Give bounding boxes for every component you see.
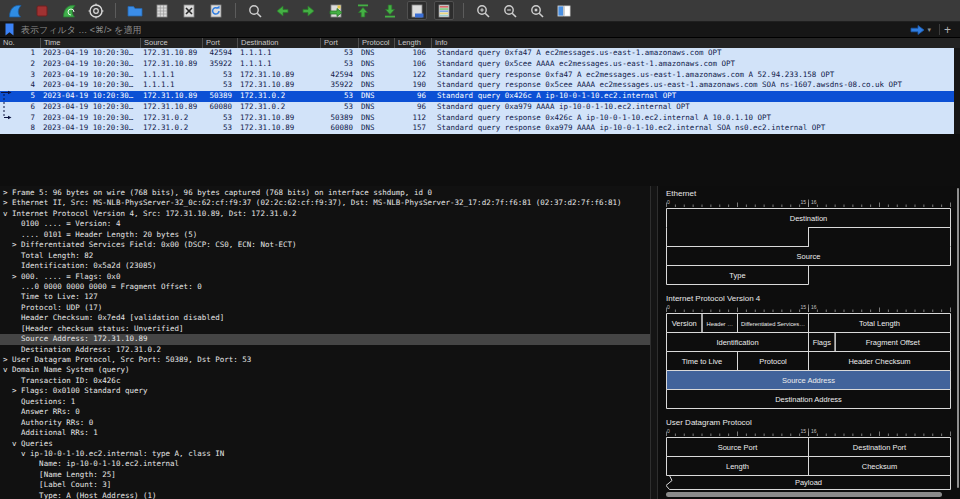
column-header-time[interactable]: Time [40,38,140,48]
stop-capture-button[interactable] [32,1,52,20]
detail-line[interactable]: Protocol: UDP (17) [0,303,650,313]
detail-line[interactable]: v Domain Name System (query) [0,365,650,375]
column-header-sport[interactable]: Port [202,38,237,48]
capture-options-button[interactable] [86,1,106,20]
vertical-scrollbar[interactable] [957,188,959,488]
last-packet-button[interactable] [380,1,400,20]
detail-line[interactable]: > 000. .... = Flags: 0x0 [0,272,650,282]
zoom-out-button[interactable] [500,1,520,20]
detail-line[interactable]: > Frame 5: 96 bytes on wire (768 bits), … [0,188,650,198]
fin-green-icon [60,2,78,20]
packet-diagram-pane: Ethernet01516DestinationSourceTypeIntern… [658,186,960,499]
detail-line[interactable]: 0100 .... = Version: 4 [0,219,650,229]
zoom-original-button[interactable] [527,1,547,20]
start-capture-button[interactable] [5,1,25,20]
column-header-dport[interactable]: Port [320,38,358,48]
cell-info: Standard query 0xfa47 A ec2messages.us-e… [431,48,960,59]
cell-sport: 53 [202,123,237,134]
column-header-no[interactable]: No. [0,38,40,48]
detail-line[interactable]: Total Length: 82 [0,251,650,261]
detail-line[interactable]: Header Checksum: 0x7ed4 [validation disa… [0,313,650,323]
go-to-packet-button[interactable] [326,1,346,20]
open-file-button[interactable] [125,1,145,20]
detail-line[interactable]: > Flags: 0x0100 Standard query [0,386,650,396]
cell-info: Standard query 0x5cee AAAA ec2messages.u… [431,59,960,70]
cell-dst: 172.31.10.89 [237,70,320,81]
close-file-button[interactable] [179,1,199,20]
column-header-info[interactable]: Info [431,38,960,48]
detail-line[interactable]: [Name Length: 25] [0,470,650,480]
cell-sport: 50389 [202,91,237,102]
detail-line[interactable]: Type: A (Host Address) (1) [0,491,650,499]
cell-time: 2023-04-19 10:20:30… [40,48,140,59]
previous-packet-button[interactable] [272,1,292,20]
cell-src: 1.1.1.1 [140,70,202,81]
detail-line[interactable]: Authority RRs: 0 [0,418,650,428]
field-label: Destination [790,214,828,223]
detail-line[interactable]: v ip-10-0-1-10.ec2.internal: type A, cla… [0,449,650,459]
field-label: Fragment Offset [866,338,921,347]
cell-dport: 42594 [320,70,358,81]
next-packet-button[interactable] [299,1,319,20]
packet-row[interactable]: 42023-04-19 10:20:30…1.1.1.153172.31.10.… [0,80,960,91]
packet-row[interactable]: 62023-04-19 10:20:30…172.31.10.896008017… [0,102,960,113]
horizontal-scrollbar[interactable] [666,492,942,497]
bookmark-icon[interactable] [3,22,16,37]
detail-line[interactable]: Transaction ID: 0x426c [0,376,650,386]
find-packet-button[interactable] [245,1,265,20]
cell-no: 5 [0,91,40,102]
diagram-section-title: Internet Protocol Version 4 [666,294,954,304]
detail-line[interactable]: Time to Live: 127 [0,292,650,302]
pane-splitter[interactable] [650,186,658,499]
detail-line[interactable]: Answer RRs: 0 [0,407,650,417]
detail-line[interactable]: v Internet Protocol Version 4, Src: 172.… [0,209,650,219]
column-header-proto[interactable]: Protocol [358,38,394,48]
save-file-button[interactable] [152,1,172,20]
cell-sport: 35922 [202,59,237,70]
diagram-section: Ethernet01516DestinationSourceType [666,189,954,289]
detail-line[interactable]: Source Address: 172.31.10.89 [0,334,650,344]
detail-line[interactable]: > User Datagram Protocol, Src Port: 5038… [0,355,650,365]
column-header-src[interactable]: Source [140,38,202,48]
column-header-len[interactable]: Length [394,38,431,48]
detail-line[interactable]: Additional RRs: 1 [0,428,650,438]
colorize-button[interactable] [434,1,454,20]
apply-filter-button[interactable]: ▾ [909,24,931,36]
packet-list-scrollbar[interactable] [954,48,960,134]
display-filter-input[interactable]: 表示フィルタ … <⌘/> を適用 [16,22,909,38]
detail-line[interactable]: Destination Address: 172.31.0.2 [0,345,650,355]
auto-scroll-button[interactable] [407,1,427,20]
detail-line[interactable]: ...0 0000 0000 0000 = Fragment Offset: 0 [0,282,650,292]
restart-capture-button[interactable] [59,1,79,20]
detail-line[interactable]: [Label Count: 3] [0,480,650,490]
cell-dport: 50389 [320,113,358,124]
detail-line[interactable]: Name: ip-10-0-1-10.ec2.internal [0,459,650,469]
detail-line[interactable]: Identification: 0x5a2d (23085) [0,261,650,271]
packet-row[interactable]: 52023-04-19 10:20:30…172.31.10.895038917… [0,91,960,102]
cell-proto: DNS [358,59,394,70]
filter-dropdown-caret[interactable]: ▾ [927,26,931,34]
detail-line[interactable]: v Queries [0,439,650,449]
column-header-dst[interactable]: Destination [237,38,320,48]
detail-line[interactable]: Questions: 1 [0,397,650,407]
cell-dport: 53 [320,102,358,113]
resize-columns-button[interactable] [554,1,574,20]
field-label: Differentiated Services… [741,321,805,327]
zoom-in-button[interactable] [473,1,493,20]
add-filter-button[interactable]: + [944,24,951,36]
reload-file-button[interactable] [206,1,226,20]
svg-text:0: 0 [667,199,670,205]
reload-icon [207,2,225,20]
detail-line[interactable]: [Header checksum status: Unverified] [0,324,650,334]
packet-row[interactable]: 82023-04-19 10:20:30…172.31.0.253172.31.… [0,123,960,134]
packet-row[interactable]: 22023-04-19 10:20:30…172.31.10.89359221.… [0,59,960,70]
packet-row[interactable]: 12023-04-19 10:20:30…172.31.10.89425941.… [0,48,960,59]
cell-dport: 53 [320,48,358,59]
cell-len: 122 [394,70,431,81]
packet-row[interactable]: 72023-04-19 10:20:30…172.31.0.253172.31.… [0,113,960,124]
packet-row[interactable]: 32023-04-19 10:20:30…1.1.1.153172.31.10.… [0,70,960,81]
first-packet-button[interactable] [353,1,373,20]
detail-line[interactable]: .... 0101 = Header Length: 20 bytes (5) [0,230,650,240]
detail-line[interactable]: > Differentiated Services Field: 0x00 (D… [0,240,650,250]
detail-line[interactable]: > Ethernet II, Src: MS-NLB-PhysServer-32… [0,198,650,208]
